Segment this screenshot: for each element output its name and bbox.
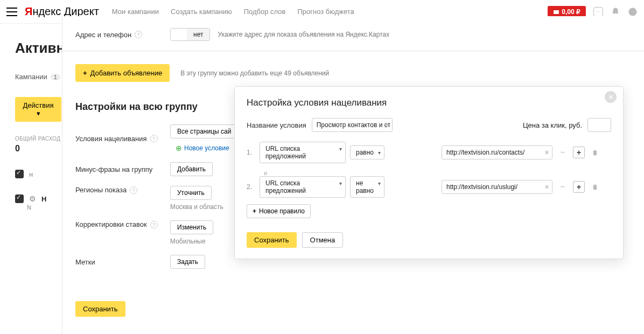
targeting-label: Условия нацеливания ? xyxy=(75,135,170,143)
chevron-down-icon: ▾ xyxy=(378,180,381,186)
sidebar-row-1[interactable]: н xyxy=(0,163,61,178)
save-row: Сохранить xyxy=(75,301,631,317)
new-rule-button[interactable]: Новое правило xyxy=(247,204,311,218)
address-hint: Укажите адрес для показа объявления на Я… xyxy=(218,31,389,38)
modal-save-button[interactable]: Сохранить xyxy=(247,232,297,248)
sidebar-item-sub: N xyxy=(27,204,61,211)
checkbox-icon[interactable] xyxy=(15,170,24,178)
add-ad-button[interactable]: Добавить объявление xyxy=(75,64,170,82)
sidebar-row-2[interactable]: ⚙ Н xyxy=(0,188,61,203)
chevron-down-icon: ▾ xyxy=(37,109,40,117)
modal-cancel-button[interactable]: Отмена xyxy=(302,232,344,248)
rule-operator-select[interactable]: равно▾ xyxy=(350,145,384,159)
address-row: Адрес и телефон ? нет Укажите адрес для … xyxy=(75,28,631,41)
bids-hint: Мобильные xyxy=(170,238,213,245)
top-nav: Мои кампании Создать кампанию Подбор сло… xyxy=(112,8,354,16)
chevron-down-icon: ▾ xyxy=(339,146,342,152)
chevron-down-icon: ▾ xyxy=(339,180,342,186)
add-ad-hint: В эту группу можно добавить еще 49 объяв… xyxy=(180,69,329,77)
targeting-pages-button[interactable]: Все страницы сай xyxy=(170,124,238,138)
clear-icon[interactable]: ✕ xyxy=(544,184,549,191)
logo-rest: ндекс Директ xyxy=(32,5,99,17)
rule-field-select[interactable]: URL списка предложений▾ xyxy=(260,176,346,198)
sidebar-item-label: Н xyxy=(41,195,46,203)
add-ad-row: Добавить объявление В эту группу можно д… xyxy=(75,64,631,82)
bell-icon[interactable] xyxy=(611,7,620,17)
add-minus-button[interactable]: Добавить xyxy=(170,162,213,176)
toggle-no-label: нет xyxy=(187,29,209,40)
price-label: Цена за клик, руб. xyxy=(523,121,582,129)
nav-budget-forecast[interactable]: Прогноз бюджета xyxy=(297,8,354,16)
regions-hint: Москва и область xyxy=(170,203,223,211)
address-toggle[interactable]: нет xyxy=(170,28,210,41)
remove-rule-button[interactable]: − xyxy=(557,147,569,158)
address-label: Адрес и телефон ? xyxy=(75,31,170,39)
modal-footer: Сохранить Отмена xyxy=(247,232,611,248)
checkbox-icon[interactable] xyxy=(15,194,24,203)
clear-icon[interactable]: ✕ xyxy=(384,121,389,128)
nav-create-campaign[interactable]: Создать кампанию xyxy=(171,8,232,16)
targeting-modal: ✕ Настройка условия нацеливания Название… xyxy=(234,86,624,259)
rule-operator-select[interactable]: не равно▾ xyxy=(350,176,384,198)
nav-word-select[interactable]: Подбор слов xyxy=(244,8,286,16)
wallet-icon xyxy=(553,9,559,15)
rule-field-select[interactable]: URL списка предложений▾ xyxy=(260,142,346,163)
nav-my-campaigns[interactable]: Мои кампании xyxy=(112,8,159,16)
sidebar: Активн Кампании 1 Действия ▾ ОБЩИЙ РАСХО… xyxy=(0,24,61,334)
actions-button[interactable]: Действия ▾ xyxy=(15,97,61,122)
svg-point-1 xyxy=(629,8,637,16)
total-spend-value: 0 xyxy=(0,144,61,154)
help-icon[interactable]: ? xyxy=(150,221,158,228)
balance-value: 0,00 ₽ xyxy=(562,8,580,16)
help-icon[interactable]: ? xyxy=(135,31,142,38)
rule-row-2: 2. URL списка предложений▾ не равно▾ htt… xyxy=(247,176,611,198)
condition-name-label: Название условия xyxy=(247,121,306,129)
modal-title: Настройка условия нацеливания xyxy=(247,98,611,108)
add-rule-button[interactable]: + xyxy=(573,147,585,158)
hamburger-icon[interactable] xyxy=(6,8,17,16)
add-rule-button[interactable]: + xyxy=(573,181,585,193)
regions-label: Регионы показа ? xyxy=(75,186,170,194)
rule-row-1: 1. URL списка предложений▾ равно▾ http:/… xyxy=(247,142,611,163)
bid-adjustments-label: Корректировки ставок ? xyxy=(75,220,170,228)
help-icon[interactable]: ? xyxy=(150,135,158,142)
price-input[interactable] xyxy=(587,118,611,132)
logo-y: Я xyxy=(25,5,32,17)
rule-url-input[interactable]: http://textvision.ru/uslugi/✕ xyxy=(442,180,552,194)
campaigns-counter[interactable]: Кампании 1 xyxy=(0,73,61,81)
rule-number: 1. xyxy=(247,149,255,156)
svg-rect-0 xyxy=(554,10,559,14)
new-condition-link[interactable]: Новое условие xyxy=(176,144,229,152)
divider xyxy=(62,51,644,51)
close-icon[interactable]: ✕ xyxy=(605,91,617,103)
total-spend-label: ОБЩИЙ РАСХОД xyxy=(0,136,61,142)
info-icon[interactable] xyxy=(628,7,638,17)
save-group-button[interactable]: Сохранить xyxy=(75,301,125,317)
refine-regions-button[interactable]: Уточнить xyxy=(170,186,212,200)
set-tags-button[interactable]: Задать xyxy=(170,255,205,269)
sidebar-item-label: н xyxy=(29,170,33,178)
change-bids-button[interactable]: Изменить xyxy=(170,220,213,234)
tags-label: Метки xyxy=(75,258,170,266)
campaigns-label: Кампании xyxy=(15,73,47,81)
remove-rule-button[interactable]: − xyxy=(557,181,569,193)
rule-number: 2. xyxy=(247,183,255,191)
help-icon[interactable]: ? xyxy=(130,186,137,194)
and-separator: и xyxy=(264,170,611,176)
modal-name-row: Название условия Просмотр контактов и ст… xyxy=(247,118,611,132)
gear-icon[interactable]: ⚙ xyxy=(29,194,36,203)
rule-url-input[interactable]: http://textvision.ru/contacts/✕ xyxy=(442,145,552,159)
chevron-down-icon: ▾ xyxy=(378,150,381,156)
minus-phrases-label: Минус-фразы на группу xyxy=(75,165,170,173)
page-title: Активн xyxy=(0,40,61,57)
trash-icon[interactable] xyxy=(589,181,601,193)
clear-icon[interactable]: ✕ xyxy=(544,149,549,156)
apps-icon[interactable]: ⋯ xyxy=(593,7,603,17)
trash-icon[interactable] xyxy=(589,147,601,158)
campaigns-count: 1 xyxy=(51,74,60,80)
condition-name-input[interactable]: Просмотр контактов и ст ✕ xyxy=(312,118,393,132)
